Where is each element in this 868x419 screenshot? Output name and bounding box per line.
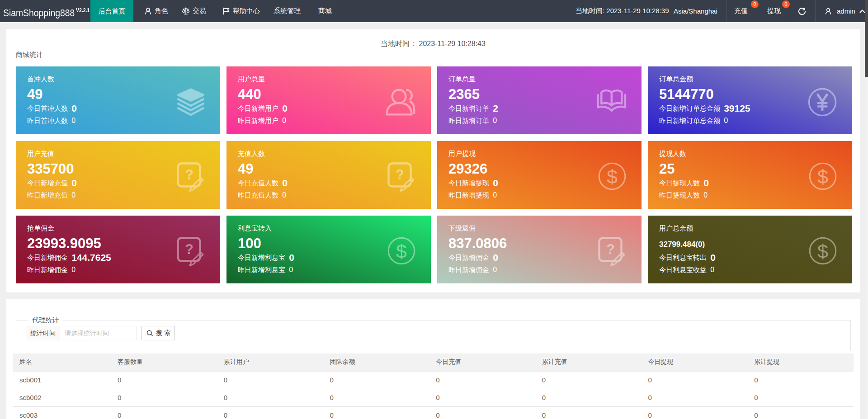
svg-text:$: $ — [396, 240, 407, 262]
svg-text:$: $ — [817, 240, 828, 262]
svg-text:?: ? — [396, 167, 404, 183]
svg-text:?: ? — [185, 167, 193, 183]
svg-text:$: $ — [607, 166, 618, 188]
svg-text:?: ? — [185, 241, 193, 257]
svg-text:?: ? — [606, 241, 615, 257]
svg-text:$: $ — [817, 166, 828, 188]
